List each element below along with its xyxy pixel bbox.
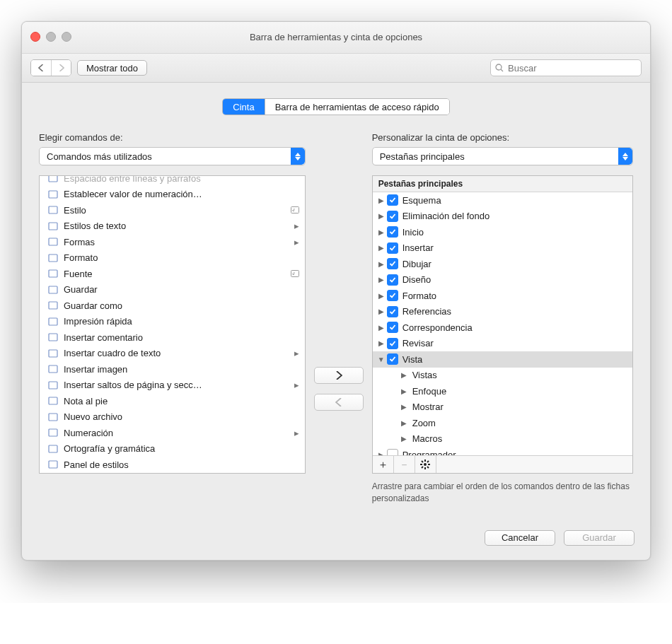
ribbon-tab-item[interactable]: ▶Formato: [373, 288, 632, 304]
add-command-button[interactable]: [314, 367, 364, 384]
disclosure-triangle-icon[interactable]: ▶: [377, 197, 386, 204]
command-item[interactable]: Numeración▸: [40, 425, 305, 441]
svg-rect-3: [49, 191, 57, 198]
ribbon-tab-item[interactable]: ▶Insertar: [373, 240, 632, 257]
tab-visibility-checkbox[interactable]: [387, 306, 398, 317]
ribbon-group-item[interactable]: ▶Macros: [373, 431, 632, 447]
search-field[interactable]: [490, 59, 642, 76]
command-icon: [47, 205, 59, 215]
disclosure-triangle-icon[interactable]: ▶: [400, 387, 408, 395]
ribbon-group-item[interactable]: ▶Enfoque: [373, 383, 632, 399]
disclosure-triangle-icon[interactable]: ▶: [400, 403, 408, 411]
svg-rect-17: [49, 382, 57, 389]
command-icon: [47, 300, 59, 310]
ribbon-tab-item[interactable]: ▶Diseño: [373, 272, 632, 288]
command-item[interactable]: Ortografía y gramática: [40, 441, 305, 457]
disclosure-triangle-icon[interactable]: ▶: [377, 292, 386, 300]
tab-visibility-checkbox[interactable]: [387, 274, 398, 286]
command-item[interactable]: Guardar: [40, 282, 305, 298]
submenu-indicator-icon: [288, 269, 299, 279]
ribbon-group-item[interactable]: ▶Vistas: [373, 368, 632, 384]
ribbon-group-item[interactable]: ▶Mostrar: [373, 399, 632, 416]
show-all-button[interactable]: Mostrar todo: [77, 60, 147, 76]
zoom-window-button[interactable]: [62, 32, 71, 42]
ribbon-tab-item[interactable]: ▶Esquema: [373, 192, 632, 209]
add-tab-button[interactable]: ＋: [373, 456, 394, 473]
disclosure-triangle-icon[interactable]: ▶: [377, 228, 386, 236]
ribbon-tab-item[interactable]: ▶Referencias: [373, 304, 632, 320]
disclosure-triangle-icon[interactable]: ▶: [377, 244, 386, 252]
svg-rect-21: [49, 445, 57, 452]
customize-ribbon-select[interactable]: Pestañas principales: [372, 147, 633, 165]
command-label: Formato: [64, 252, 288, 263]
tab-ribbon[interactable]: Cinta: [223, 99, 264, 115]
svg-line-32: [422, 467, 423, 468]
tab-quick-access[interactable]: Barra de herramientas de acceso rápido: [265, 99, 449, 115]
tab-visibility-checkbox[interactable]: [387, 322, 398, 333]
tab-visibility-checkbox[interactable]: [387, 258, 398, 269]
command-label: Numeración: [64, 428, 288, 438]
close-window-button[interactable]: [30, 32, 40, 42]
tab-visibility-checkbox[interactable]: [387, 226, 398, 238]
tab-visibility-checkbox[interactable]: [387, 194, 398, 206]
back-button[interactable]: [31, 60, 51, 76]
tab-visibility-checkbox[interactable]: [387, 353, 398, 365]
tab-settings-button[interactable]: [415, 456, 436, 473]
ribbon-tab-label: Formato: [402, 291, 436, 301]
command-label: Estilo: [64, 205, 288, 216]
cancel-button[interactable]: Cancelar: [485, 530, 555, 546]
command-item[interactable]: Establecer valor de numeración…: [40, 187, 305, 203]
ribbon-tab-item[interactable]: ▶Eliminación del fondo: [373, 209, 632, 225]
command-item[interactable]: Insertar cuadro de texto▸: [40, 346, 305, 362]
disclosure-triangle-icon[interactable]: ▶: [377, 212, 386, 220]
disclosure-triangle-icon[interactable]: ▶: [377, 324, 386, 332]
choose-commands-select[interactable]: Comandos más utilizados: [39, 147, 306, 165]
tab-visibility-checkbox[interactable]: [387, 338, 398, 349]
command-item[interactable]: Formato: [40, 250, 305, 267]
tab-visibility-checkbox[interactable]: [387, 242, 398, 254]
disclosure-triangle-icon[interactable]: ▶: [377, 260, 386, 268]
disclosure-triangle-icon[interactable]: ▶: [400, 371, 408, 379]
tab-visibility-checkbox[interactable]: [387, 290, 398, 301]
ribbon-tab-item[interactable]: ▶Inicio: [373, 224, 632, 240]
command-item[interactable]: Estilo: [40, 202, 305, 218]
disclosure-triangle-icon[interactable]: ▶: [377, 451, 386, 455]
command-item[interactable]: Párrafo…: [40, 473, 305, 474]
disclosure-triangle-icon[interactable]: ▼: [377, 356, 386, 363]
command-item[interactable]: Espaciado entre líneas y párrafos: [40, 176, 305, 187]
command-item[interactable]: Formas▸: [40, 234, 305, 250]
search-input[interactable]: [506, 62, 637, 74]
disclosure-triangle-icon[interactable]: ▶: [377, 308, 386, 315]
commands-listbox[interactable]: Espaciado entre líneas y párrafosEstable…: [39, 175, 306, 474]
tab-visibility-checkbox[interactable]: [387, 211, 398, 222]
ribbon-tab-item[interactable]: ▶Dibujar: [373, 256, 632, 272]
ribbon-tabs-listbox[interactable]: Pestañas principales ▶Esquema▶Eliminació…: [372, 175, 633, 474]
command-item[interactable]: Insertar imagen: [40, 361, 305, 377]
ribbon-tab-item[interactable]: ▶Programador: [373, 447, 632, 455]
ribbon-tab-item[interactable]: ▶Revisar: [373, 336, 632, 352]
disclosure-triangle-icon[interactable]: ▶: [377, 276, 386, 283]
command-item[interactable]: Nota al pie: [40, 393, 305, 409]
ribbon-tab-item[interactable]: ▶Correspondencia: [373, 320, 632, 336]
save-button[interactable]: Guardar: [564, 530, 635, 546]
command-item[interactable]: Impresión rápida: [40, 314, 305, 330]
forward-button[interactable]: [51, 60, 71, 76]
command-item[interactable]: Fuente: [40, 266, 305, 282]
svg-rect-8: [49, 254, 57, 262]
remove-tab-button[interactable]: －: [394, 456, 415, 473]
disclosure-triangle-icon[interactable]: ▶: [377, 339, 386, 347]
command-item[interactable]: Estilos de texto▸: [40, 218, 305, 235]
command-item[interactable]: Insertar saltos de página y secc…▸: [40, 377, 305, 394]
minimize-window-button[interactable]: [46, 32, 56, 42]
disclosure-triangle-icon[interactable]: ▶: [400, 435, 408, 443]
remove-command-button[interactable]: [314, 394, 364, 411]
tab-visibility-checkbox[interactable]: [387, 449, 398, 455]
disclosure-triangle-icon[interactable]: ▶: [400, 419, 408, 427]
command-item[interactable]: Insertar comentario: [40, 329, 305, 346]
command-item[interactable]: Panel de estilos: [40, 457, 305, 473]
ribbon-tab-item[interactable]: ▼Vista: [373, 351, 632, 368]
svg-rect-12: [49, 302, 57, 309]
ribbon-group-item[interactable]: ▶Zoom: [373, 415, 632, 431]
command-item[interactable]: Guardar como: [40, 298, 305, 314]
command-item[interactable]: Nuevo archivo: [40, 409, 305, 426]
